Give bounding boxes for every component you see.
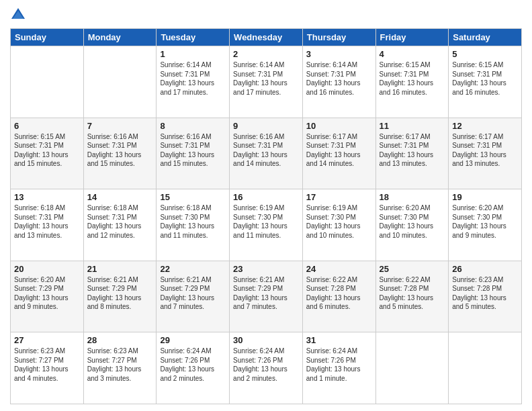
page: SundayMondayTuesdayWednesdayThursdayFrid… — [0, 0, 532, 411]
day-number: 21 — [87, 264, 153, 274]
calendar-cell — [11, 46, 84, 118]
day-info: Sunrise: 6:17 AM Sunset: 7:31 PM Dayligh… — [306, 132, 372, 169]
calendar-week-row: 27Sunrise: 6:23 AM Sunset: 7:27 PM Dayli… — [11, 332, 522, 404]
calendar-cell: 9Sunrise: 6:16 AM Sunset: 7:31 PM Daylig… — [230, 118, 303, 189]
day-info: Sunrise: 6:23 AM Sunset: 7:27 PM Dayligh… — [14, 347, 80, 383]
calendar-cell: 19Sunrise: 6:20 AM Sunset: 7:30 PM Dayli… — [449, 189, 522, 261]
day-number: 22 — [160, 264, 226, 274]
day-number: 14 — [87, 192, 153, 202]
day-number: 13 — [14, 192, 80, 202]
day-info: Sunrise: 6:20 AM Sunset: 7:29 PM Dayligh… — [14, 275, 80, 312]
day-number: 25 — [380, 264, 445, 274]
day-info: Sunrise: 6:22 AM Sunset: 7:28 PM Dayligh… — [380, 275, 445, 312]
day-number: 27 — [14, 335, 80, 345]
calendar-cell: 12Sunrise: 6:17 AM Sunset: 7:31 PM Dayli… — [449, 118, 522, 189]
calendar-cell: 14Sunrise: 6:18 AM Sunset: 7:31 PM Dayli… — [83, 189, 157, 261]
calendar-week-row: 20Sunrise: 6:20 AM Sunset: 7:29 PM Dayli… — [11, 261, 522, 332]
day-info: Sunrise: 6:22 AM Sunset: 7:28 PM Dayligh… — [306, 275, 372, 312]
calendar-cell — [83, 46, 157, 118]
calendar-cell: 24Sunrise: 6:22 AM Sunset: 7:28 PM Dayli… — [302, 261, 375, 332]
day-number: 16 — [233, 192, 299, 202]
calendar-cell: 13Sunrise: 6:18 AM Sunset: 7:31 PM Dayli… — [11, 189, 84, 261]
day-info: Sunrise: 6:20 AM Sunset: 7:30 PM Dayligh… — [380, 203, 445, 240]
day-info: Sunrise: 6:15 AM Sunset: 7:31 PM Dayligh… — [14, 132, 80, 169]
day-number: 31 — [306, 335, 372, 345]
calendar-cell: 3Sunrise: 6:14 AM Sunset: 7:31 PM Daylig… — [302, 46, 375, 118]
logo — [10, 7, 28, 23]
calendar-week-row: 6Sunrise: 6:15 AM Sunset: 7:31 PM Daylig… — [11, 118, 522, 189]
day-number: 17 — [306, 192, 372, 202]
day-number: 18 — [380, 192, 445, 202]
day-info: Sunrise: 6:23 AM Sunset: 7:27 PM Dayligh… — [87, 347, 153, 383]
day-number: 9 — [233, 121, 299, 131]
calendar-cell: 4Sunrise: 6:15 AM Sunset: 7:31 PM Daylig… — [375, 46, 449, 118]
calendar-cell: 15Sunrise: 6:18 AM Sunset: 7:30 PM Dayli… — [157, 189, 230, 261]
calendar-cell: 2Sunrise: 6:14 AM Sunset: 7:31 PM Daylig… — [230, 46, 303, 118]
day-number: 2 — [233, 49, 299, 59]
day-info: Sunrise: 6:17 AM Sunset: 7:31 PM Dayligh… — [380, 132, 445, 169]
day-info: Sunrise: 6:18 AM Sunset: 7:31 PM Dayligh… — [14, 203, 80, 240]
calendar-cell: 29Sunrise: 6:24 AM Sunset: 7:26 PM Dayli… — [157, 332, 230, 404]
day-info: Sunrise: 6:19 AM Sunset: 7:30 PM Dayligh… — [233, 203, 299, 240]
day-number: 20 — [14, 264, 80, 274]
day-number: 23 — [233, 264, 299, 274]
calendar-week-row: 13Sunrise: 6:18 AM Sunset: 7:31 PM Dayli… — [11, 189, 522, 261]
day-header: Saturday — [449, 29, 522, 46]
calendar-cell: 26Sunrise: 6:23 AM Sunset: 7:28 PM Dayli… — [449, 261, 522, 332]
day-number: 5 — [452, 49, 518, 59]
calendar-cell — [449, 332, 522, 404]
logo-icon — [10, 7, 26, 23]
day-number: 19 — [452, 192, 518, 202]
day-header: Tuesday — [157, 29, 230, 46]
day-info: Sunrise: 6:14 AM Sunset: 7:31 PM Dayligh… — [160, 60, 226, 97]
calendar-cell: 10Sunrise: 6:17 AM Sunset: 7:31 PM Dayli… — [302, 118, 375, 189]
day-info: Sunrise: 6:18 AM Sunset: 7:30 PM Dayligh… — [160, 203, 226, 240]
day-info: Sunrise: 6:16 AM Sunset: 7:31 PM Dayligh… — [160, 132, 226, 169]
calendar-cell: 22Sunrise: 6:21 AM Sunset: 7:29 PM Dayli… — [157, 261, 230, 332]
calendar-cell: 30Sunrise: 6:24 AM Sunset: 7:26 PM Dayli… — [230, 332, 303, 404]
day-info: Sunrise: 6:21 AM Sunset: 7:29 PM Dayligh… — [160, 275, 226, 312]
calendar-cell: 28Sunrise: 6:23 AM Sunset: 7:27 PM Dayli… — [83, 332, 157, 404]
calendar-cell: 6Sunrise: 6:15 AM Sunset: 7:31 PM Daylig… — [11, 118, 84, 189]
day-info: Sunrise: 6:20 AM Sunset: 7:30 PM Dayligh… — [452, 203, 518, 240]
day-info: Sunrise: 6:24 AM Sunset: 7:26 PM Dayligh… — [306, 347, 372, 383]
day-info: Sunrise: 6:23 AM Sunset: 7:28 PM Dayligh… — [452, 275, 518, 312]
calendar-cell: 20Sunrise: 6:20 AM Sunset: 7:29 PM Dayli… — [11, 261, 84, 332]
day-info: Sunrise: 6:17 AM Sunset: 7:31 PM Dayligh… — [452, 132, 518, 169]
calendar-cell: 21Sunrise: 6:21 AM Sunset: 7:29 PM Dayli… — [83, 261, 157, 332]
day-info: Sunrise: 6:14 AM Sunset: 7:31 PM Dayligh… — [233, 60, 299, 97]
day-header: Sunday — [11, 29, 84, 46]
day-number: 7 — [87, 121, 153, 131]
day-header: Thursday — [302, 29, 375, 46]
day-number: 30 — [233, 335, 299, 345]
day-number: 26 — [452, 264, 518, 274]
day-info: Sunrise: 6:24 AM Sunset: 7:26 PM Dayligh… — [160, 347, 226, 383]
day-header: Monday — [83, 29, 157, 46]
day-info: Sunrise: 6:15 AM Sunset: 7:31 PM Dayligh… — [380, 60, 445, 97]
day-info: Sunrise: 6:16 AM Sunset: 7:31 PM Dayligh… — [233, 132, 299, 169]
day-number: 24 — [306, 264, 372, 274]
day-number: 11 — [380, 121, 445, 131]
header — [10, 7, 522, 23]
day-info: Sunrise: 6:18 AM Sunset: 7:31 PM Dayligh… — [87, 203, 153, 240]
calendar-cell: 5Sunrise: 6:15 AM Sunset: 7:31 PM Daylig… — [449, 46, 522, 118]
calendar-cell: 16Sunrise: 6:19 AM Sunset: 7:30 PM Dayli… — [230, 189, 303, 261]
day-number: 1 — [160, 49, 226, 59]
calendar-cell: 27Sunrise: 6:23 AM Sunset: 7:27 PM Dayli… — [11, 332, 84, 404]
calendar-cell: 18Sunrise: 6:20 AM Sunset: 7:30 PM Dayli… — [375, 189, 449, 261]
calendar-cell: 25Sunrise: 6:22 AM Sunset: 7:28 PM Dayli… — [375, 261, 449, 332]
day-number: 12 — [452, 121, 518, 131]
header-row: SundayMondayTuesdayWednesdayThursdayFrid… — [11, 29, 522, 46]
calendar-table: SundayMondayTuesdayWednesdayThursdayFrid… — [10, 28, 522, 404]
day-info: Sunrise: 6:14 AM Sunset: 7:31 PM Dayligh… — [306, 60, 372, 97]
day-info: Sunrise: 6:19 AM Sunset: 7:30 PM Dayligh… — [306, 203, 372, 240]
day-header: Wednesday — [230, 29, 303, 46]
calendar-week-row: 1Sunrise: 6:14 AM Sunset: 7:31 PM Daylig… — [11, 46, 522, 118]
day-number: 28 — [87, 335, 153, 345]
calendar-cell: 23Sunrise: 6:21 AM Sunset: 7:29 PM Dayli… — [230, 261, 303, 332]
day-number: 29 — [160, 335, 226, 345]
day-header: Friday — [375, 29, 449, 46]
calendar-cell: 8Sunrise: 6:16 AM Sunset: 7:31 PM Daylig… — [157, 118, 230, 189]
day-number: 8 — [160, 121, 226, 131]
day-number: 3 — [306, 49, 372, 59]
